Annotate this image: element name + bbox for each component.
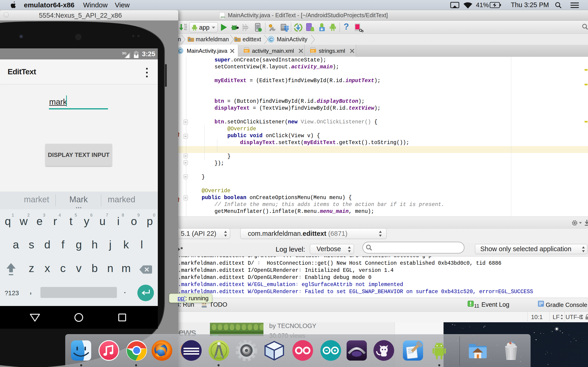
svg-text:01: 01 [184, 28, 187, 31]
svg-text:<>: <> [311, 49, 314, 52]
svg-text:<>: <> [245, 49, 248, 52]
